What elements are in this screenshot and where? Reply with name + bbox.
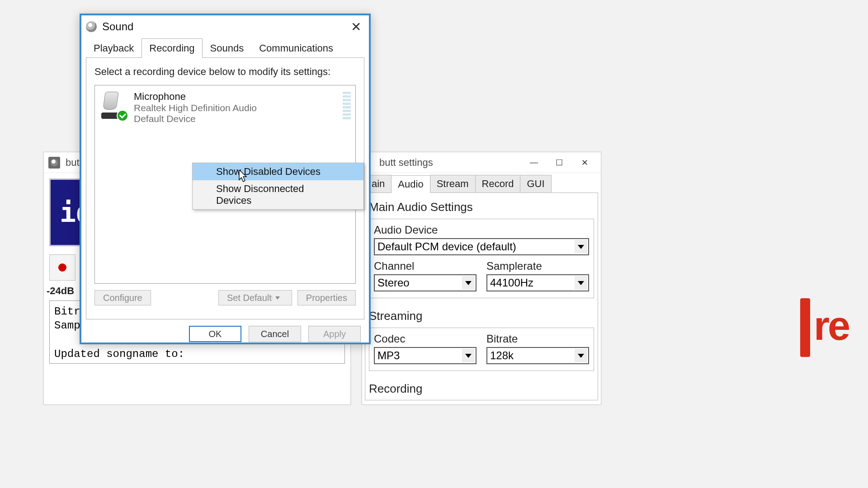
- sound-title: Sound: [102, 20, 347, 33]
- butt-settings-titlebar[interactable]: butt settings — ☐ ✕: [362, 152, 601, 173]
- bitrate-label: Bitrate: [486, 333, 589, 345]
- bitrate-value: 128k: [490, 349, 514, 362]
- set-default-button[interactable]: Set Default: [218, 290, 292, 305]
- device-list-context-menu: Show Disabled Devices Show Disconnected …: [192, 163, 364, 210]
- tab-stream[interactable]: Stream: [430, 175, 476, 192]
- codec-value: MP3: [377, 349, 400, 362]
- channel-select[interactable]: Stereo: [374, 274, 476, 291]
- device-row-microphone[interactable]: Microphone Realtek High Definition Audio…: [95, 85, 355, 130]
- close-button[interactable]: ✕: [572, 155, 597, 171]
- configure-button[interactable]: Configure: [94, 290, 151, 305]
- minimize-button[interactable]: —: [521, 155, 547, 171]
- record-button[interactable]: [49, 254, 75, 281]
- sound-tabs: Playback Recording Sounds Communications: [81, 38, 369, 57]
- butt-settings-window: butt settings — ☐ ✕ ain Audio Stream Rec…: [362, 152, 601, 405]
- sound-instruction: Select a recording device below to modif…: [94, 66, 356, 78]
- microphone-icon: [99, 91, 126, 119]
- set-default-label: Set Default: [227, 293, 272, 303]
- cancel-button[interactable]: Cancel: [249, 326, 301, 342]
- chevron-down-icon: [462, 349, 475, 362]
- samplerate-label: Samplerate: [486, 260, 589, 272]
- ok-button[interactable]: OK: [189, 326, 241, 342]
- chevron-down-icon: [575, 240, 587, 253]
- svg-marker-0: [239, 170, 246, 182]
- properties-button[interactable]: Properties: [297, 290, 356, 305]
- audio-device-select[interactable]: Default PCM device (default): [374, 238, 589, 255]
- apply-button[interactable]: Apply: [308, 326, 361, 342]
- tab-audio[interactable]: Audio: [391, 175, 430, 193]
- chevron-down-icon: [575, 349, 587, 362]
- sound-icon: [86, 21, 97, 32]
- tab-playback[interactable]: Playback: [86, 38, 142, 58]
- tab-communications[interactable]: Communications: [251, 38, 341, 58]
- section-main-audio: Main Audio Settings: [365, 197, 598, 219]
- samplerate-value: 44100Hz: [490, 277, 533, 289]
- device-status: Default Device: [134, 113, 257, 124]
- tab-sounds[interactable]: Sounds: [203, 38, 252, 58]
- chevron-down-icon: [575, 276, 587, 290]
- mouse-cursor-icon: [239, 170, 249, 183]
- codec-label: Codec: [374, 333, 476, 345]
- default-check-icon: [117, 110, 128, 122]
- device-desc: Realtek High Definition Audio: [134, 103, 257, 113]
- tab-record[interactable]: Record: [475, 175, 521, 192]
- maximize-button[interactable]: ☐: [547, 155, 572, 171]
- device-name: Microphone: [134, 91, 257, 103]
- menu-show-disabled-devices[interactable]: Show Disabled Devices: [193, 163, 363, 180]
- audio-device-value: Default PCM device (default): [377, 240, 516, 253]
- sound-titlebar[interactable]: Sound ✕: [81, 15, 369, 38]
- settings-tabs: ain Audio Stream Record GUI: [362, 173, 601, 192]
- samplerate-select[interactable]: 44100Hz: [486, 274, 589, 291]
- section-streaming: Streaming: [365, 306, 598, 328]
- background-brand-logo: re: [800, 289, 868, 380]
- butt-settings-title: butt settings: [366, 157, 521, 169]
- main-audio-fieldset: Audio Device Default PCM device (default…: [369, 219, 594, 298]
- chevron-down-icon[interactable]: [272, 296, 283, 300]
- section-recording: Recording: [365, 379, 598, 400]
- settings-panel: Main Audio Settings Audio Device Default…: [365, 192, 598, 400]
- close-button[interactable]: ✕: [347, 19, 364, 34]
- menu-show-disconnected-devices[interactable]: Show Disconnected Devices: [193, 180, 363, 209]
- record-icon: [58, 263, 66, 272]
- butt-app-icon: [48, 157, 60, 169]
- streaming-fieldset: Codec MP3 Bitrate 128k: [369, 328, 594, 371]
- bitrate-select[interactable]: 128k: [486, 347, 589, 364]
- tab-recording[interactable]: Recording: [142, 38, 202, 58]
- channel-value: Stereo: [377, 277, 410, 289]
- tab-gui[interactable]: GUI: [520, 175, 551, 192]
- chevron-down-icon: [462, 276, 475, 290]
- codec-select[interactable]: MP3: [374, 347, 476, 364]
- audio-device-label: Audio Device: [374, 224, 589, 236]
- sound-dialog-footer: OK Cancel Apply: [81, 319, 369, 348]
- level-meter: [343, 91, 351, 119]
- channel-label: Channel: [374, 260, 476, 272]
